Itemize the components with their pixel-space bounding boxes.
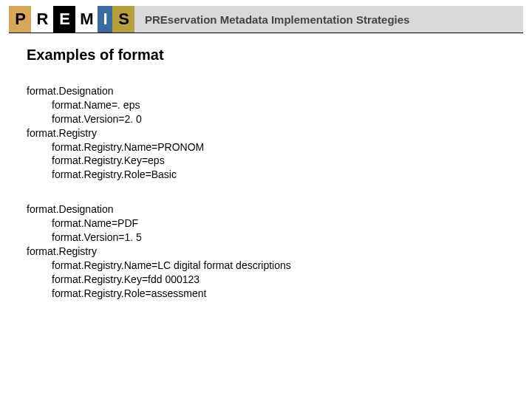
premis-logo: P R E M I S (9, 6, 134, 33)
logo-letter-i: I (98, 6, 112, 33)
slide-title: Examples of format (27, 47, 505, 64)
code-line: format.Registry.Name=PRONOM (52, 140, 505, 154)
logo-letter-p: P (9, 6, 31, 33)
code-line: format.Registry.Role=assessment (52, 287, 505, 301)
logo-letter-r: R (31, 6, 53, 33)
code-line: format.Version=2. 0 (52, 112, 505, 126)
tagline: PREservation Metadata Implementation Str… (145, 13, 409, 26)
banner: P R E M I S PREservation Metadata Implem… (9, 6, 523, 33)
tagline-wrap: PREservation Metadata Implementation Str… (134, 6, 523, 33)
example-block-1: format.Designation format.Name=. eps for… (27, 84, 505, 182)
code-line: format.Registry.Key=eps (52, 154, 505, 168)
logo-letter-e: E (53, 6, 75, 33)
code-line: format.Name=. eps (52, 98, 505, 112)
code-line: format.Registry.Name=LC digital format d… (52, 259, 505, 273)
code-line: format.Version=1. 5 (52, 231, 505, 245)
code-line: format.Registry.Role=Basic (52, 168, 505, 182)
code-line: format.Registry.Key=fdd 000123 (52, 273, 505, 287)
slide-content: Examples of format format.Designation fo… (0, 33, 532, 300)
code-line: format.Registry (27, 245, 505, 259)
code-line: format.Name=PDF (52, 216, 505, 231)
logo-letter-s: S (112, 6, 134, 33)
code-line: format.Designation (27, 202, 505, 216)
code-line: format.Registry (27, 126, 505, 140)
example-block-2: format.Designation format.Name=PDF forma… (27, 202, 505, 300)
logo-letter-m: M (75, 6, 98, 33)
code-line: format.Designation (27, 84, 505, 98)
